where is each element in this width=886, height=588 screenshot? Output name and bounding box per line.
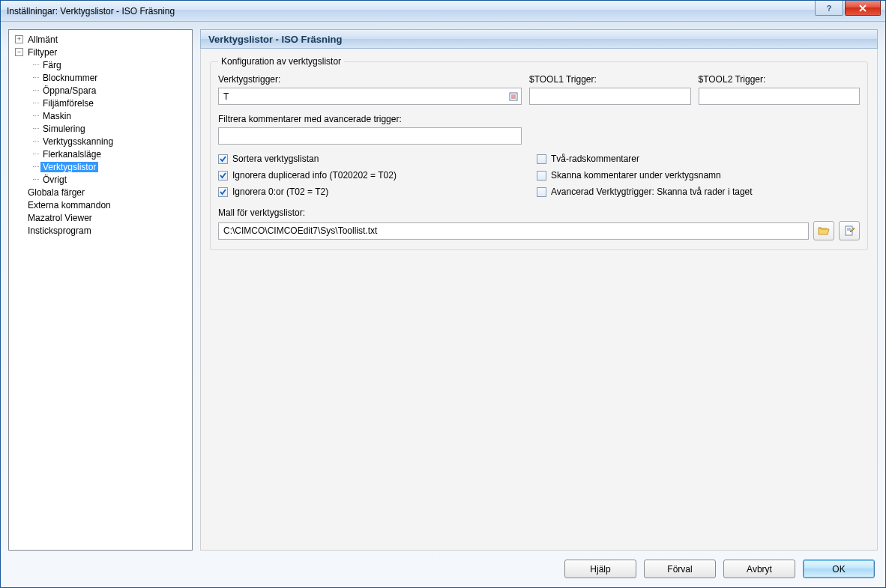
panel-header: Verktygslistor - ISO Fräsning bbox=[200, 29, 878, 49]
check-avancerad-trigger[interactable]: Avancerad Verktygtrigger: Skanna två rad… bbox=[537, 187, 860, 197]
tree-label: Mazatrol Viewer bbox=[25, 213, 94, 223]
tree-label: Allmänt bbox=[25, 34, 60, 45]
folder-open-icon bbox=[818, 225, 830, 236]
question-icon: ? bbox=[825, 4, 834, 13]
tree-item-maskin[interactable]: Maskin bbox=[10, 109, 190, 122]
close-icon bbox=[858, 4, 867, 12]
check-label: Sortera verktygslistan bbox=[232, 154, 319, 164]
tree-label: Filjämförelse bbox=[40, 98, 96, 109]
help-button[interactable]: ? bbox=[815, 1, 843, 16]
checkbox-icon[interactable] bbox=[218, 154, 228, 164]
tree-label: Blocknummer bbox=[40, 73, 100, 83]
content-panel: Verktygslistor - ISO Fräsning Konfigurat… bbox=[200, 29, 878, 551]
check-ignorera-duplicerad[interactable]: Ignorera duplicerad info (T020202 = T02) bbox=[218, 170, 522, 181]
check-label: Avancerad Verktygtrigger: Skanna två rad… bbox=[551, 187, 753, 197]
check-ignorera-0or[interactable]: Ignorera 0:or (T02 = T2) bbox=[218, 187, 522, 197]
tree-item-externa-kommandon[interactable]: Externa kommandon bbox=[10, 198, 190, 211]
main-area: + Allmänt − Filtyper Färg bbox=[8, 29, 878, 551]
check-tva-rads[interactable]: Två-radskommentarer bbox=[537, 154, 860, 164]
checkbox-icon[interactable] bbox=[537, 171, 546, 181]
checkbox-area: Sortera verktygslistan Ignorera duplicer… bbox=[218, 154, 860, 197]
tree-label: Verktygsskanning bbox=[40, 136, 115, 147]
browse-button[interactable] bbox=[813, 221, 834, 240]
tree-label: Verktygslistor bbox=[40, 162, 98, 172]
tree-item-filjamforelse[interactable]: Filjämförelse bbox=[10, 97, 190, 109]
expand-icon[interactable]: + bbox=[15, 35, 23, 43]
tree-item-flerkanalslage[interactable]: Flerkanalsläge bbox=[10, 148, 190, 160]
checkbox-icon[interactable] bbox=[537, 187, 546, 197]
settings-tree[interactable]: + Allmänt − Filtyper Färg bbox=[10, 33, 190, 237]
edit-document-icon bbox=[843, 225, 855, 237]
checkbox-icon[interactable] bbox=[218, 187, 228, 197]
settings-window: Inställningar: Verktygslistor - ISO Fräs… bbox=[0, 0, 886, 588]
titlebar: Inställningar: Verktygslistor - ISO Fräs… bbox=[1, 1, 885, 22]
tree-item-mazatrol-viewer[interactable]: Mazatrol Viewer bbox=[10, 211, 190, 224]
trigger-row: Verktygstrigger: bbox=[218, 73, 860, 105]
tree-item-blocknummer[interactable]: Blocknummer bbox=[10, 71, 190, 84]
check-label: Ignorera 0:or (T02 = T2) bbox=[232, 187, 328, 197]
ok-button[interactable]: OK bbox=[803, 560, 875, 578]
template-path-input[interactable] bbox=[218, 222, 809, 240]
checkbox-icon[interactable] bbox=[537, 154, 546, 164]
tree-item-globala-farger[interactable]: Globala färger bbox=[10, 186, 190, 198]
tree-item-farg[interactable]: Färg bbox=[10, 58, 190, 71]
verktygstrigger-label: Verktygstrigger: bbox=[218, 74, 522, 85]
tree-label: Övrigt bbox=[40, 175, 69, 185]
checkbox-icon[interactable] bbox=[218, 171, 228, 181]
tree-label: Flerkanalsläge bbox=[40, 149, 103, 160]
check-label: Ignorera duplicerad info (T020202 = T02) bbox=[232, 170, 397, 181]
tree-item-oppna-spara[interactable]: Öppna/Spara bbox=[10, 84, 190, 97]
check-label: Två-radskommentarer bbox=[551, 154, 639, 164]
tree-item-simulering[interactable]: Simulering bbox=[10, 122, 190, 135]
panel-body: Konfiguration av verktygslistor Verktygs… bbox=[200, 49, 878, 551]
check-label: Skanna kommentarer under verktygsnamn bbox=[551, 170, 721, 181]
dialog-footer: Hjälp Förval Avbryt OK bbox=[8, 551, 878, 580]
tree-label: Globala färger bbox=[25, 187, 87, 198]
verktygstrigger-input[interactable] bbox=[218, 88, 522, 105]
svg-text:?: ? bbox=[827, 4, 832, 13]
tree-label: Maskin bbox=[40, 111, 73, 121]
edit-template-button[interactable] bbox=[839, 221, 860, 240]
help-dialog-button[interactable]: Hjälp bbox=[564, 560, 636, 578]
tool2-label: $TOOL2 Trigger: bbox=[699, 74, 861, 85]
tool1-label: $TOOL1 Trigger: bbox=[529, 74, 691, 85]
close-button[interactable] bbox=[845, 1, 881, 16]
tree-panel[interactable]: + Allmänt − Filtyper Färg bbox=[8, 29, 193, 551]
config-groupbox: Konfiguration av verktygslistor Verktygs… bbox=[210, 56, 868, 250]
titlebar-buttons: ? bbox=[815, 1, 885, 21]
tree-item-verktygslistor[interactable]: Verktygslistor bbox=[10, 160, 190, 173]
filter-label: Filtrera kommentarer med avancerade trig… bbox=[218, 114, 522, 124]
tree-item-filtyper[interactable]: − Filtyper bbox=[10, 46, 190, 58]
tool1-input[interactable] bbox=[529, 88, 691, 105]
client-area: + Allmänt − Filtyper Färg bbox=[1, 22, 885, 587]
tree-label: Insticksprogram bbox=[25, 225, 94, 236]
default-button[interactable]: Förval bbox=[644, 560, 716, 578]
tree-item-verktygsskanning[interactable]: Verktygsskanning bbox=[10, 135, 190, 148]
tree-label: Externa kommandon bbox=[25, 200, 113, 210]
collapse-icon[interactable]: − bbox=[15, 48, 23, 56]
tree-label: Färg bbox=[40, 60, 64, 70]
tree-item-ovrigt[interactable]: Övrigt bbox=[10, 173, 190, 186]
tree-label: Filtyper bbox=[25, 47, 59, 58]
check-sortera[interactable]: Sortera verktygslistan bbox=[218, 154, 522, 164]
tree-label: Öppna/Spara bbox=[40, 85, 98, 96]
tree-item-allmant[interactable]: + Allmänt bbox=[10, 33, 190, 46]
filter-input[interactable] bbox=[218, 127, 522, 145]
template-label: Mall för verktygslistor: bbox=[218, 207, 860, 218]
edit-list-icon[interactable] bbox=[507, 90, 519, 103]
group-legend: Konfiguration av verktygslistor bbox=[218, 56, 344, 67]
check-skanna-kommentarer[interactable]: Skanna kommentarer under verktygsnamn bbox=[537, 170, 860, 181]
window-title: Inställningar: Verktygslistor - ISO Fräs… bbox=[7, 6, 815, 16]
cancel-button[interactable]: Avbryt bbox=[723, 560, 795, 578]
tool2-input[interactable] bbox=[699, 88, 861, 105]
tree-item-insticksprogram[interactable]: Insticksprogram bbox=[10, 224, 190, 237]
tree-label: Simulering bbox=[40, 124, 88, 134]
